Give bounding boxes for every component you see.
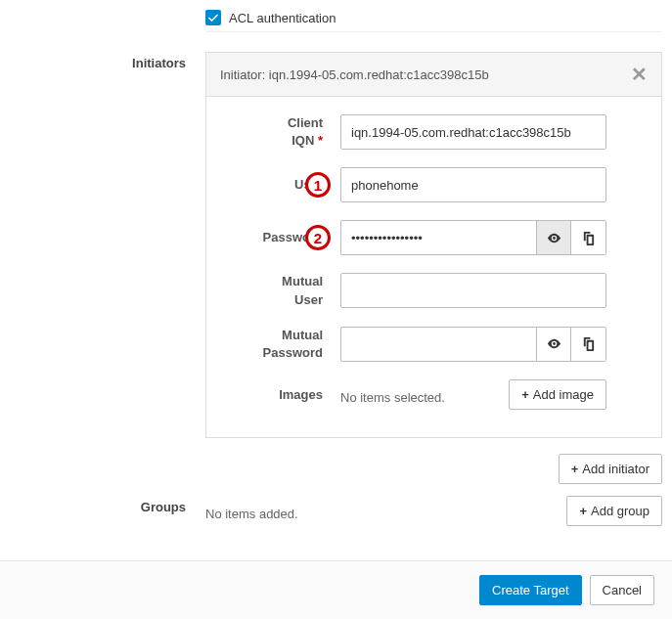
add-image-button[interactable]: +Add image <box>509 379 606 410</box>
client-iqn-label: ClientIQN * <box>228 114 340 150</box>
groups-empty-text: No items added. <box>205 501 298 521</box>
initiator-header: Initiator: iqn.1994-05.com.redhat:c1acc3… <box>220 67 489 82</box>
check-icon <box>207 12 219 23</box>
copy-icon <box>581 231 596 245</box>
eye-icon <box>547 231 561 245</box>
add-group-button[interactable]: +Add group <box>566 496 662 526</box>
create-target-button[interactable]: Create Target <box>479 575 582 605</box>
groups-section-label: Groups <box>10 496 205 514</box>
client-iqn-input[interactable] <box>340 114 606 150</box>
user-input[interactable] <box>340 167 606 202</box>
cancel-button[interactable]: Cancel <box>590 575 654 605</box>
mutual-password-input[interactable] <box>340 327 536 362</box>
mutual-password-copy-button[interactable] <box>571 327 606 362</box>
images-label: Images <box>228 386 340 404</box>
initiator-panel: Initiator: iqn.1994-05.com.redhat:c1acc3… <box>205 52 662 438</box>
acl-auth-label: ACL authentication <box>229 11 336 25</box>
mutual-password-label: MutualPassword <box>228 327 340 362</box>
mutual-user-label: MutualUser <box>228 273 340 308</box>
acl-auth-checkbox[interactable] <box>205 10 221 25</box>
callout-1: 1 <box>305 172 331 198</box>
eye-icon <box>547 336 561 351</box>
plus-icon: + <box>571 462 579 476</box>
close-icon[interactable]: ✕ <box>631 65 648 84</box>
images-empty-text: No items selected. <box>340 384 445 405</box>
initiators-section-label: Initiators <box>10 52 205 70</box>
add-initiator-button[interactable]: +Add initiator <box>559 454 662 484</box>
plus-icon: + <box>521 387 529 402</box>
plus-icon: + <box>579 504 587 518</box>
password-reveal-button[interactable] <box>536 220 571 255</box>
dialog-footer: Create Target Cancel <box>0 560 672 619</box>
copy-icon <box>581 336 596 351</box>
mutual-user-input[interactable] <box>340 273 606 308</box>
password-copy-button[interactable] <box>571 220 606 255</box>
password-input[interactable] <box>340 220 536 255</box>
mutual-password-reveal-button[interactable] <box>536 327 571 362</box>
callout-2: 2 <box>305 225 331 250</box>
